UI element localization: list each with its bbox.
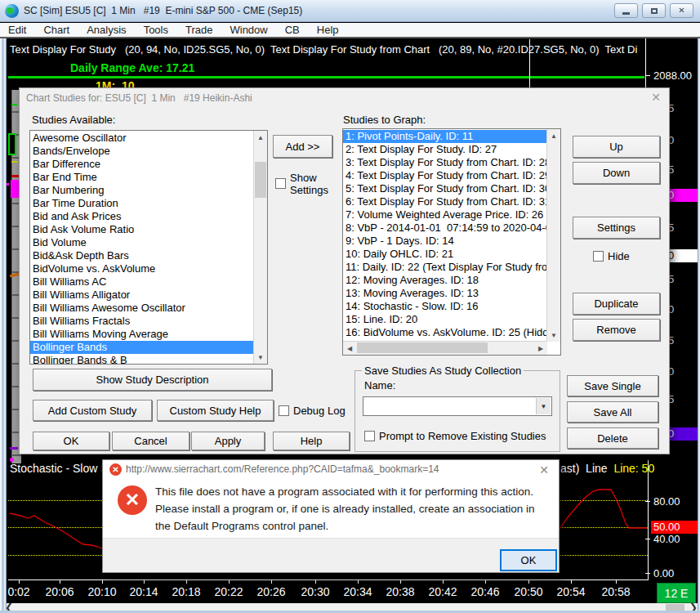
scroll-left-icon[interactable]: ◀ [343, 342, 356, 355]
cancel-button[interactable]: Cancel [112, 432, 189, 450]
checkbox-box[interactable] [279, 405, 289, 416]
menu-item-cb[interactable]: CB [285, 24, 300, 36]
menu-item-trade[interactable]: Trade [185, 24, 212, 36]
chevron-down-icon[interactable]: ▼ [536, 398, 551, 414]
collection-name-combobox[interactable]: ▼ [363, 396, 552, 416]
up-button[interactable]: Up [573, 136, 660, 158]
checkbox-box[interactable] [364, 431, 375, 441]
minimize-button[interactable] [614, 3, 638, 18]
scroll-down-icon[interactable]: ▼ [547, 329, 560, 342]
error-ok-button[interactable]: OK [500, 549, 557, 571]
list-item[interactable]: Awesome Oscillator [30, 132, 253, 145]
help-button[interactable]: Help [273, 432, 350, 450]
list-item[interactable]: Bill Williams Moving Average [30, 328, 253, 341]
time-axis-label: 20:26 [256, 585, 285, 598]
list-item[interactable]: Bill Williams Fractals [30, 315, 253, 328]
list-item[interactable]: Bar Time Duration [30, 197, 253, 210]
list-item[interactable]: 12: Moving Averages. ID: 18 [343, 274, 546, 287]
list-item[interactable]: 7: Volume Weighted Average Price. ID: 26 [343, 208, 546, 221]
scroll-up-icon[interactable]: ▲ [547, 129, 560, 142]
available-vscrollbar[interactable]: ▲ ▼ [253, 131, 267, 364]
checkbox-box[interactable] [275, 178, 286, 189]
list-item[interactable]: 2: Text Display For Study. ID: 27 [343, 143, 546, 156]
list-item[interactable]: Bands/Envelope [30, 145, 253, 158]
time-axis-label: 20:06 [45, 585, 74, 598]
graph-vscrollbar[interactable]: ▲ ▼ [546, 129, 560, 342]
list-item[interactable]: Bar Numbering [30, 184, 253, 197]
graph-list[interactable]: 1: Pivot Points-Daily. ID: 112: Text Dis… [342, 128, 561, 356]
list-item[interactable]: Bid Ask Volume Ratio [30, 223, 253, 236]
list-item[interactable]: Bill Williams Awesome Oscillator [30, 302, 253, 315]
combo-value [363, 400, 366, 412]
line-label: ast) Line [560, 462, 613, 475]
duplicate-button[interactable]: Duplicate [573, 293, 660, 315]
list-item[interactable]: 4: Text Display For Study from Chart. ID… [343, 169, 546, 182]
list-item[interactable]: 5: Text Display For Study from Chart. ID… [343, 182, 546, 195]
custom-study-help-button[interactable]: Custom Study Help [157, 400, 274, 421]
add-button[interactable]: Add >> [273, 135, 332, 158]
list-item[interactable]: Bollinger Bands & B [30, 354, 253, 364]
save-single-button[interactable]: Save Single [567, 375, 658, 396]
close-button[interactable]: ✕ [670, 3, 693, 18]
scroll-right-icon[interactable]: ▶ [534, 342, 547, 355]
error-icon-large: ✕ [118, 485, 147, 515]
restore-icon [651, 8, 658, 14]
group-title: Save Studies As Study Collection [362, 365, 524, 377]
menu-item-help[interactable]: Help [317, 24, 339, 36]
save-all-button[interactable]: Save All [567, 401, 658, 423]
list-item[interactable]: 11: Daily. ID: 22 (Text Display For Stud… [343, 261, 546, 274]
list-item[interactable]: 14: Stochastic - Slow. ID: 16 [343, 300, 546, 313]
scroll-thumb[interactable] [357, 342, 488, 353]
scroll-thumb[interactable] [255, 162, 266, 198]
debug-log-checkbox[interactable]: Debug Log [279, 405, 346, 417]
ok-button[interactable]: OK [33, 432, 109, 450]
menu-item-window[interactable]: Window [230, 24, 267, 36]
down-button[interactable]: Down [573, 162, 660, 184]
list-item[interactable]: Bill Williams Alligator [30, 289, 253, 302]
restore-button[interactable] [642, 3, 666, 18]
time-axis-tick [358, 580, 359, 584]
list-item[interactable]: 16: BidVolume vs. AskVolume. ID: 25 (Hid… [343, 326, 546, 339]
list-item[interactable]: 3: Text Display For Study from Chart. ID… [343, 156, 546, 169]
list-item[interactable]: 9: VbP - 1 Days. ID: 14 [343, 235, 546, 248]
menu-item-analysis[interactable]: Analysis [87, 24, 126, 36]
list-item[interactable]: Bill Williams AC [30, 275, 253, 289]
list-item[interactable]: 1: Pivot Points-Daily. ID: 11 [343, 130, 546, 143]
list-item[interactable]: 6: Text Display For Study from Chart. ID… [343, 195, 546, 208]
list-item[interactable]: Bid Volume [30, 236, 253, 249]
menu-item-chart[interactable]: Chart [43, 24, 69, 36]
checkbox-box[interactable] [593, 251, 604, 262]
list-item[interactable]: 8: VbP - 2014-01-01 07:14:59 to 2020-04-… [343, 221, 546, 235]
menu-item-tools[interactable]: Tools [144, 24, 168, 36]
show-study-description-button[interactable]: Show Study Description [33, 369, 272, 391]
graph-hscrollbar[interactable]: ◀ ▶ [343, 341, 547, 355]
list-item[interactable]: BidVolume vs. AskVolume [30, 262, 253, 275]
list-item[interactable]: Bar Difference [30, 158, 253, 171]
scroll-down-icon[interactable]: ▼ [254, 351, 267, 364]
list-item[interactable]: Bar End Time [30, 171, 253, 184]
list-item[interactable]: 15: Line. ID: 20 [343, 313, 546, 326]
hide-checkbox[interactable]: Hide [593, 250, 630, 262]
titlebar[interactable]: SC [Sim] ESU5 [C] 1 Min #19 E-mini S&P 5… [0, 0, 700, 22]
apply-button[interactable]: Apply [191, 432, 265, 450]
add-custom-study-button[interactable]: Add Custom Study [33, 400, 152, 421]
remove-button[interactable]: Remove [573, 319, 660, 341]
error-icon: ✕ [109, 463, 122, 476]
available-list[interactable]: Awesome OscillatorBands/EnvelopeBar Diff… [29, 130, 268, 365]
list-item[interactable]: Bollinger Bands [30, 341, 253, 354]
time-axis-tick [102, 580, 103, 584]
list-item[interactable]: 10: Daily OHLC. ID: 21 [343, 248, 546, 261]
error-close-icon[interactable]: ✕ [539, 463, 549, 477]
show-settings-checkbox[interactable]: ShowSettings [275, 172, 328, 196]
checkbox-label: Prompt to Remove Existing Studies [379, 430, 546, 442]
dialog-close-icon[interactable]: ✕ [651, 91, 661, 104]
settings-button[interactable]: Settings [573, 217, 660, 239]
scroll-up-icon[interactable]: ▲ [254, 131, 267, 144]
error-message: This file does not have a program associ… [155, 483, 541, 535]
list-item[interactable]: Bid and Ask Prices [30, 210, 253, 223]
list-item[interactable]: Bid&Ask Depth Bars [30, 249, 253, 262]
menu-item-edit[interactable]: Edit [8, 24, 26, 36]
delete-button[interactable]: Delete [567, 427, 658, 449]
list-item[interactable]: 13: Moving Averages. ID: 13 [343, 287, 546, 300]
prompt-remove-checkbox[interactable]: Prompt to Remove Existing Studies [364, 430, 546, 442]
